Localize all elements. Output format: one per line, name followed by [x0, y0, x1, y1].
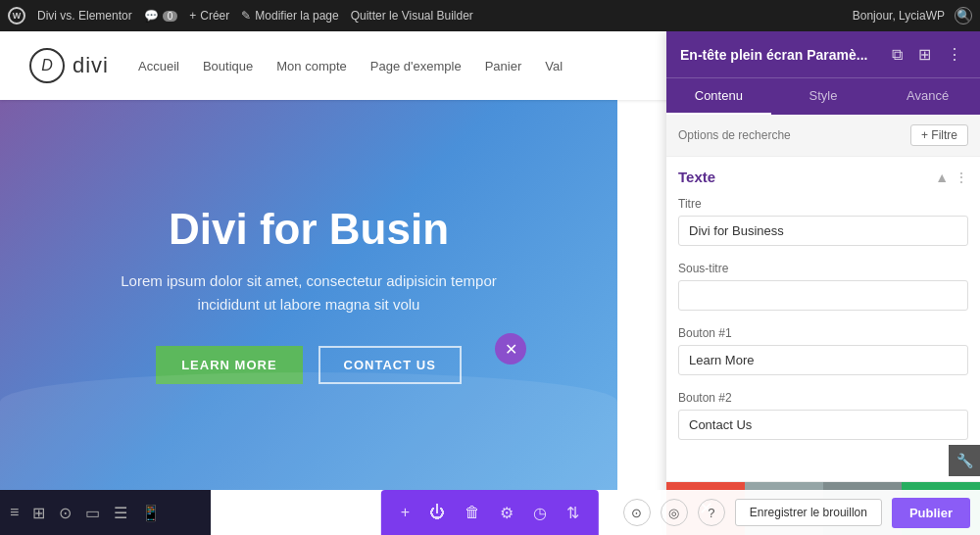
section-texte-title: Texte	[678, 169, 715, 185]
hero-buttons: LEARN MORE CONTACT US	[156, 346, 462, 384]
nav-val[interactable]: Val	[545, 59, 563, 73]
builder-phone-icon[interactable]: 📱	[141, 504, 161, 522]
section-texte-icons: ▲ ⋮	[935, 170, 968, 185]
admin-search-icon[interactable]: 🔍	[955, 7, 972, 24]
panel-header: En-tête plein écran Paramè... ⧉ ⊞ ⋮	[666, 31, 980, 77]
builder-bar-right: ⊙ ◎ ? Enregistrer le brouillon Publier	[613, 490, 980, 535]
close-icon: ✕	[505, 340, 517, 359]
builder-bar-left: ≡ ⊞ ⊙ ▭ ☰ 📱	[0, 490, 211, 535]
panel-tabs: Contenu Style Avancé	[666, 77, 980, 115]
field-bouton2-label: Bouton #2	[678, 391, 968, 405]
publish-button[interactable]: Publier	[892, 498, 970, 528]
panel-body: Texte ▲ ⋮ Titre Sous-titre Bouton #1 Bou…	[666, 157, 980, 481]
wp-logo[interactable]: W	[8, 7, 25, 24]
section-options-icon[interactable]: ⋮	[955, 170, 968, 185]
builder-search-right-icon[interactable]: ⊙	[623, 499, 651, 526]
panel-search-bar: + Filtre	[666, 115, 980, 157]
field-bouton2-input[interactable]	[678, 410, 968, 440]
builder-grid-icon[interactable]: ⊞	[32, 504, 45, 522]
contact-us-button[interactable]: CONTACT US	[318, 346, 462, 384]
panel-more-icon[interactable]: ⋮	[943, 43, 966, 66]
builder-history-icon[interactable]: ◷	[533, 504, 547, 522]
builder-bar-center: + ⏻ 🗑 ⚙ ◷ ⇅	[381, 490, 599, 535]
learn-more-button[interactable]: LEARN MORE	[156, 346, 302, 384]
builder-tablet-icon[interactable]: ☰	[114, 504, 127, 522]
nav-boutique[interactable]: Boutique	[203, 59, 253, 73]
admin-bar-edit-page[interactable]: ✎ Modifier la page	[241, 9, 338, 23]
nav-page-exemple[interactable]: Page d'exemple	[370, 59, 462, 73]
nav-accueil[interactable]: Accueil	[138, 59, 179, 73]
admin-bar-create[interactable]: + Créer	[189, 9, 229, 23]
builder-responsive-icon[interactable]: ⇅	[566, 504, 579, 522]
plus-icon: +	[189, 9, 196, 23]
builder-help-icon[interactable]: ?	[698, 499, 725, 526]
field-bouton1-label: Bouton #1	[678, 326, 968, 340]
field-titre-input[interactable]	[678, 216, 968, 246]
close-overlay-button[interactable]: ✕	[495, 333, 526, 365]
builder-settings-icon[interactable]: ⚙	[500, 504, 514, 522]
edit-page-label: Modifier la page	[255, 9, 338, 23]
settings-panel: En-tête plein écran Paramè... ⧉ ⊞ ⋮ Cont…	[666, 31, 980, 535]
pencil-icon: ✎	[241, 9, 251, 23]
builder-power-icon[interactable]: ⏻	[429, 504, 445, 521]
quit-builder-label: Quitter le Visual Builder	[351, 9, 473, 23]
create-label: Créer	[200, 9, 229, 23]
logo-name: divi	[73, 53, 109, 78]
section-collapse-icon[interactable]: ▲	[935, 170, 949, 185]
site-logo[interactable]: D divi	[29, 48, 109, 83]
builder-add-icon[interactable]: +	[401, 504, 410, 521]
tab-contenu[interactable]: Contenu	[666, 78, 771, 115]
search-input[interactable]	[678, 128, 903, 142]
nav-mon-compte[interactable]: Mon compte	[276, 59, 347, 73]
admin-greeting: Bonjour, LyciaWP	[853, 9, 945, 23]
admin-bar: W Divi vs. Elementor 💬 0 + Créer ✎ Modif…	[0, 0, 980, 31]
builder-desktop-icon[interactable]: ▭	[85, 504, 100, 522]
admin-bar-right: Bonjour, LyciaWP 🔍	[853, 7, 972, 24]
filter-button[interactable]: + Filtre	[910, 124, 968, 146]
builder-trash-icon[interactable]: 🗑	[465, 504, 480, 521]
site-nav: Accueil Boutique Mon compte Page d'exemp…	[138, 59, 563, 73]
hero-title: Divi for Busin	[169, 206, 449, 253]
comment-icon: 💬	[144, 9, 159, 23]
hero-subtitle: Lorem ipsum dolor sit amet, consectetur …	[93, 269, 524, 316]
field-titre-label: Titre	[678, 197, 968, 211]
wrench-icon: 🔧	[956, 453, 973, 468]
tab-style[interactable]: Style	[771, 78, 876, 115]
save-draft-button[interactable]: Enregistrer le brouillon	[735, 499, 882, 526]
panel-grid-icon[interactable]: ⊞	[914, 43, 935, 66]
hero-section: Divi for Busin Lorem ipsum dolor sit ame…	[0, 100, 617, 490]
logo-letter: D	[41, 57, 53, 74]
admin-bar-comments[interactable]: 💬 0	[144, 9, 178, 23]
nav-panier[interactable]: Panier	[485, 59, 522, 73]
field-titre: Titre	[678, 197, 968, 246]
admin-bar-quit-builder[interactable]: Quitter le Visual Builder	[351, 9, 473, 23]
field-sous-titre-label: Sous-titre	[678, 262, 968, 275]
field-sous-titre: Sous-titre	[678, 262, 968, 311]
floating-save-icon[interactable]: 🔧	[949, 445, 980, 476]
field-bouton2: Bouton #2	[678, 391, 968, 440]
builder-menu-icon[interactable]: ≡	[10, 504, 19, 521]
logo-circle: D	[29, 48, 65, 83]
field-bouton1: Bouton #1	[678, 326, 968, 375]
field-sous-titre-input[interactable]	[678, 280, 968, 311]
divi-vs-elementor-label: Divi vs. Elementor	[37, 9, 132, 23]
tab-avance[interactable]: Avancé	[875, 78, 980, 115]
builder-layers-icon[interactable]: ◎	[661, 499, 688, 526]
panel-title: En-tête plein écran Paramè...	[680, 47, 880, 63]
section-texte-header: Texte ▲ ⋮	[678, 169, 968, 185]
admin-bar-divi-vs[interactable]: Divi vs. Elementor	[37, 9, 132, 23]
field-bouton1-input[interactable]	[678, 345, 968, 375]
panel-copy-icon[interactable]: ⧉	[888, 44, 906, 66]
builder-search-icon[interactable]: ⊙	[59, 504, 72, 522]
comment-count: 0	[163, 11, 178, 22]
